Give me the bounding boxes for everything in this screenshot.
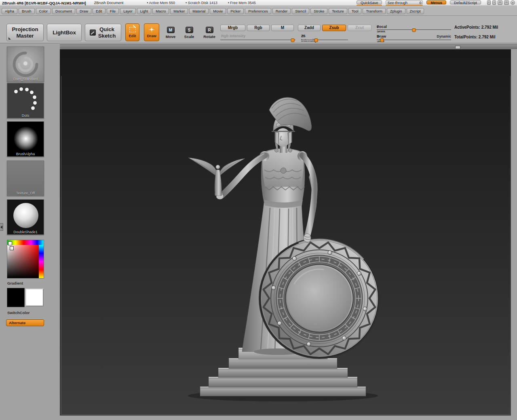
draw-size-slider[interactable] <box>377 40 451 41</box>
menu-item-picker[interactable]: Picker <box>227 8 244 14</box>
lightbox-button[interactable]: LightBox <box>47 24 82 41</box>
menu-item-material[interactable]: Material <box>189 8 209 14</box>
quicksave-button[interactable]: QuickSave <box>357 0 382 4</box>
z-intensity-handle[interactable] <box>314 38 318 42</box>
left-shelf: Dam_Standard Dots BrushAlpha Texture_Off… <box>0 43 60 420</box>
current-stroke-thumbnail[interactable]: Dots <box>7 83 44 118</box>
m-button[interactable]: M <box>271 25 294 31</box>
menu-item-transform[interactable]: Transform <box>363 8 386 14</box>
menu-item-macro[interactable]: Macro <box>152 8 169 14</box>
projection-master-label: Projection Master <box>8 26 42 39</box>
see-through-slider[interactable]: See-through 0 <box>386 0 423 4</box>
menus-button[interactable]: Menus <box>426 0 446 4</box>
rotate-label: Rotate <box>203 34 215 39</box>
hue-strip-horizontal[interactable] <box>7 240 44 245</box>
menu-item-draw[interactable]: Draw <box>76 8 91 14</box>
focal-shift-handle[interactable] <box>412 28 416 32</box>
current-alpha-thumbnail[interactable]: BrushAlpha <box>7 121 44 157</box>
alternate-button[interactable]: Alternate <box>6 319 44 326</box>
active-points-counter: ActivePoints: 2.792 Mil <box>454 25 498 30</box>
scroll-v-icon[interactable] <box>487 0 491 5</box>
zadd-button[interactable]: Zadd <box>298 25 321 31</box>
menu-item-zscript[interactable]: Zscript <box>407 8 424 14</box>
scroll-h-icon[interactable] <box>492 0 496 5</box>
zsub-button[interactable]: Zsub <box>322 25 346 31</box>
edit-label: Edit <box>129 34 136 38</box>
edit-button[interactable]: Edit <box>125 23 139 41</box>
switch-color-black-swatch[interactable] <box>7 288 25 307</box>
menu-item-zplugin[interactable]: Zplugin <box>387 8 405 14</box>
help-icon[interactable] <box>511 0 515 5</box>
edit-transpose-icon <box>129 27 136 32</box>
notes-icon[interactable] <box>504 0 509 5</box>
pencil-icon <box>90 30 96 36</box>
scroll-strip-grip[interactable] <box>455 46 460 49</box>
see-through-track[interactable] <box>386 5 423 6</box>
document-title: ZBrush Document <box>94 1 124 5</box>
rgb-button[interactable]: Rgb <box>247 25 270 31</box>
stroke-name: Dots <box>7 114 44 118</box>
titlebar-icon-cluster <box>487 0 515 5</box>
menu-item-color[interactable]: Color <box>36 8 51 14</box>
main-color-swatch[interactable] <box>8 241 12 245</box>
zcut-button[interactable]: Zcut <box>348 25 371 31</box>
draw-size-handle[interactable] <box>380 38 384 42</box>
rgb-intensity-slider[interactable] <box>220 40 295 41</box>
projection-master-button[interactable]: Projection Master <box>6 24 44 41</box>
draw-button[interactable]: Draw <box>144 23 159 41</box>
menu-item-preferences[interactable]: Preferences <box>245 8 271 14</box>
menu-item-marker[interactable]: Marker <box>170 8 188 14</box>
rgb-intensity-label: Rgb Intensity <box>221 34 245 38</box>
quick-sketch-label: Quick Sketch <box>97 26 117 39</box>
focal-shift-slider[interactable] <box>377 30 451 31</box>
menu-item-alpha[interactable]: Alpha <box>2 8 17 14</box>
menu-item-tool[interactable]: Tool <box>348 8 362 14</box>
current-texture-thumbnail[interactable]: Texture_Off <box>7 160 44 196</box>
menu-item-file[interactable]: File <box>107 8 119 14</box>
menu-item-texture[interactable]: Texture <box>329 8 347 14</box>
z-intensity-value: 26 <box>301 34 306 38</box>
rgb-intensity-handle[interactable] <box>291 38 294 42</box>
quick-sketch-button[interactable]: Quick Sketch <box>85 24 121 41</box>
hue-strip-vertical[interactable] <box>39 245 44 278</box>
color-picker[interactable] <box>7 240 44 279</box>
menu-item-brush[interactable]: Brush <box>19 8 35 14</box>
menu-bar: AlphaBrushColorDocumentDrawEditFileLayer… <box>0 6 517 16</box>
scale-button[interactable]: S Scale <box>182 24 196 42</box>
quicksave-slider[interactable] <box>357 5 382 6</box>
menu-item-light[interactable]: Light <box>137 8 152 14</box>
move-label: Move <box>166 34 175 39</box>
secondary-color-swatch[interactable] <box>10 246 14 250</box>
texture-name: Texture_Off <box>7 191 44 195</box>
document-canvas[interactable] <box>60 49 511 416</box>
current-material-thumbnail[interactable]: DoubleShade1 <box>7 199 44 235</box>
move-button[interactable]: M Move <box>163 24 178 42</box>
lightbox-label: LightBox <box>53 30 76 36</box>
brush-swirl-icon <box>7 47 44 82</box>
switch-color-label[interactable]: SwitchColor <box>7 310 30 315</box>
see-through-control: See-through 0 <box>386 0 423 6</box>
menu-item-stencil[interactable]: Stencil <box>292 8 309 14</box>
gradient-label[interactable]: Gradient <box>7 281 23 285</box>
menu-item-document[interactable]: Document <box>52 8 75 14</box>
tray-collapse-arrow[interactable] <box>0 223 3 231</box>
brush-name: Dam_Standard <box>7 77 44 81</box>
canvas-scroll-strip[interactable] <box>48 44 517 49</box>
default-zscript-button[interactable]: DefaultZScript <box>450 0 481 4</box>
total-points-counter: TotalPoints: 2.792 Mil <box>454 35 496 39</box>
rotate-button[interactable]: R Rotate <box>201 24 218 42</box>
current-brush-thumbnail[interactable]: Dam_Standard <box>7 46 44 82</box>
menu-item-stroke[interactable]: Stroke <box>310 8 327 14</box>
memory-stat--free-mem-3545: • Free Mem 3545 <box>228 1 256 5</box>
z-intensity-slider[interactable] <box>301 40 348 41</box>
switch-color-white-swatch[interactable] <box>25 289 44 306</box>
dynamic-label[interactable]: Dynamic <box>424 34 451 38</box>
printer-icon[interactable] <box>498 0 502 5</box>
memory-stats: • Active Mem 550• Scratch Disk 1413• Fre… <box>147 1 256 5</box>
menu-item-render[interactable]: Render <box>272 8 291 14</box>
menu-item-edit[interactable]: Edit <box>93 8 106 14</box>
mrgb-button[interactable]: Mrgb <box>220 25 245 31</box>
menu-item-layer[interactable]: Layer <box>120 8 136 14</box>
rotate-gyro-icon: R <box>206 27 213 33</box>
menu-item-movie[interactable]: Movie <box>210 8 226 14</box>
